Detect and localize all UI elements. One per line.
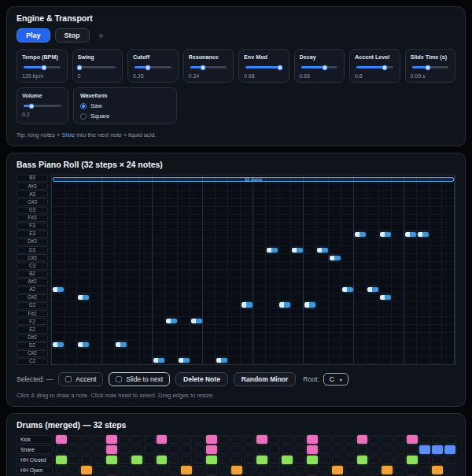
slider-track[interactable] bbox=[24, 105, 61, 107]
random-minor-button[interactable]: Random Minor bbox=[234, 372, 297, 386]
note-tail[interactable] bbox=[57, 342, 64, 348]
drum-cell[interactable] bbox=[144, 456, 155, 464]
note-tail[interactable] bbox=[322, 248, 328, 253]
drum-cell[interactable] bbox=[282, 435, 293, 444]
slider-track[interactable] bbox=[135, 66, 171, 68]
drum-cell[interactable] bbox=[345, 456, 356, 464]
drum-cell[interactable] bbox=[419, 445, 430, 454]
note-tail[interactable] bbox=[284, 302, 290, 308]
note[interactable] bbox=[317, 248, 328, 253]
note[interactable] bbox=[191, 319, 202, 324]
drum-cell[interactable] bbox=[282, 466, 293, 474]
drum-cell[interactable] bbox=[444, 456, 455, 464]
drum-cell[interactable] bbox=[432, 456, 443, 464]
drum-cell[interactable] bbox=[181, 445, 192, 454]
slider-thumb[interactable] bbox=[426, 65, 431, 70]
slider-thumb[interactable] bbox=[28, 103, 34, 109]
drum-cell[interactable] bbox=[181, 435, 192, 444]
drum-cell[interactable] bbox=[68, 456, 79, 464]
slider-thumb[interactable] bbox=[382, 65, 388, 70]
slider-thumb[interactable] bbox=[41, 65, 46, 70]
drum-cell[interactable] bbox=[432, 435, 443, 444]
drum-cell[interactable] bbox=[94, 445, 105, 454]
note[interactable] bbox=[116, 342, 127, 348]
drum-cell[interactable] bbox=[332, 435, 343, 444]
drum-cell[interactable] bbox=[357, 456, 368, 464]
play-button[interactable]: Play bbox=[17, 28, 50, 42]
accent-checkbox[interactable] bbox=[65, 376, 72, 382]
note[interactable] bbox=[242, 302, 253, 308]
slider-thumb[interactable] bbox=[77, 65, 83, 70]
drum-cell[interactable] bbox=[131, 466, 142, 474]
note-tail[interactable] bbox=[83, 295, 89, 301]
note[interactable] bbox=[53, 342, 64, 348]
drum-cell[interactable] bbox=[157, 466, 168, 474]
note[interactable] bbox=[166, 319, 177, 324]
drum-cell[interactable] bbox=[106, 466, 117, 474]
note[interactable] bbox=[292, 248, 303, 253]
note-tail[interactable] bbox=[196, 319, 202, 324]
drum-cell[interactable] bbox=[94, 435, 105, 444]
drum-cell[interactable] bbox=[131, 435, 142, 444]
note[interactable] bbox=[53, 287, 64, 293]
slider-track[interactable] bbox=[301, 66, 338, 68]
drum-cell[interactable] bbox=[206, 435, 217, 444]
note-tail[interactable] bbox=[385, 295, 391, 301]
drum-cell[interactable] bbox=[394, 466, 405, 474]
drum-cell[interactable] bbox=[444, 435, 455, 444]
note[interactable] bbox=[304, 302, 315, 308]
drum-cell[interactable] bbox=[269, 445, 280, 454]
drum-cell[interactable] bbox=[269, 456, 280, 464]
drum-cell[interactable] bbox=[369, 456, 380, 464]
drum-cell[interactable] bbox=[382, 435, 393, 444]
drum-cell[interactable] bbox=[144, 466, 155, 474]
drum-cell[interactable] bbox=[81, 466, 92, 474]
drum-cell[interactable] bbox=[307, 466, 318, 474]
drum-cell[interactable] bbox=[369, 466, 380, 474]
root-select[interactable]: C ▾ bbox=[323, 373, 348, 386]
slide-checkbox[interactable] bbox=[116, 376, 122, 382]
drum-cell[interactable] bbox=[407, 466, 418, 474]
slider-thumb[interactable] bbox=[278, 65, 283, 70]
drum-cell[interactable] bbox=[231, 456, 242, 464]
slider-track[interactable] bbox=[24, 66, 61, 68]
note-tail[interactable] bbox=[385, 232, 391, 238]
drum-cell[interactable] bbox=[294, 435, 305, 444]
slider-thumb[interactable] bbox=[200, 65, 205, 70]
drum-cell[interactable] bbox=[194, 435, 205, 444]
drum-cell[interactable] bbox=[157, 435, 168, 444]
note-tail[interactable] bbox=[334, 256, 341, 261]
drum-cell[interactable] bbox=[106, 435, 117, 444]
drum-cell[interactable] bbox=[131, 445, 142, 454]
drum-cell[interactable] bbox=[56, 466, 67, 474]
note[interactable] bbox=[179, 358, 190, 363]
drum-cell[interactable] bbox=[444, 466, 455, 474]
drum-cell[interactable] bbox=[94, 466, 105, 474]
drum-cell[interactable] bbox=[206, 445, 217, 454]
waveform-option-square[interactable]: Square bbox=[80, 113, 170, 120]
note[interactable] bbox=[216, 358, 227, 363]
note[interactable] bbox=[279, 302, 290, 308]
drum-cell[interactable] bbox=[307, 445, 318, 454]
drum-cell[interactable] bbox=[119, 435, 130, 444]
drum-cell[interactable] bbox=[394, 445, 405, 454]
drum-cell[interactable] bbox=[269, 466, 280, 474]
drum-cell[interactable] bbox=[244, 445, 255, 454]
drum-cell[interactable] bbox=[181, 456, 192, 464]
slider-thumb[interactable] bbox=[322, 65, 327, 70]
drum-cell[interactable] bbox=[294, 466, 305, 474]
drum-cell[interactable] bbox=[357, 435, 368, 444]
drum-cell[interactable] bbox=[282, 445, 293, 454]
drum-cell[interactable] bbox=[369, 445, 380, 454]
drum-cell[interactable] bbox=[332, 466, 343, 474]
drum-cell[interactable] bbox=[231, 445, 242, 454]
drum-cell[interactable] bbox=[345, 445, 356, 454]
waveform-option-saw[interactable]: Saw bbox=[80, 102, 170, 109]
drum-cell[interactable] bbox=[407, 435, 418, 444]
drum-cell[interactable] bbox=[256, 445, 267, 454]
drum-cell[interactable] bbox=[168, 435, 179, 444]
drum-cell[interactable] bbox=[419, 456, 430, 464]
drum-cell[interactable] bbox=[194, 445, 205, 454]
radio-button[interactable] bbox=[80, 113, 87, 120]
drum-cell[interactable] bbox=[131, 456, 142, 464]
